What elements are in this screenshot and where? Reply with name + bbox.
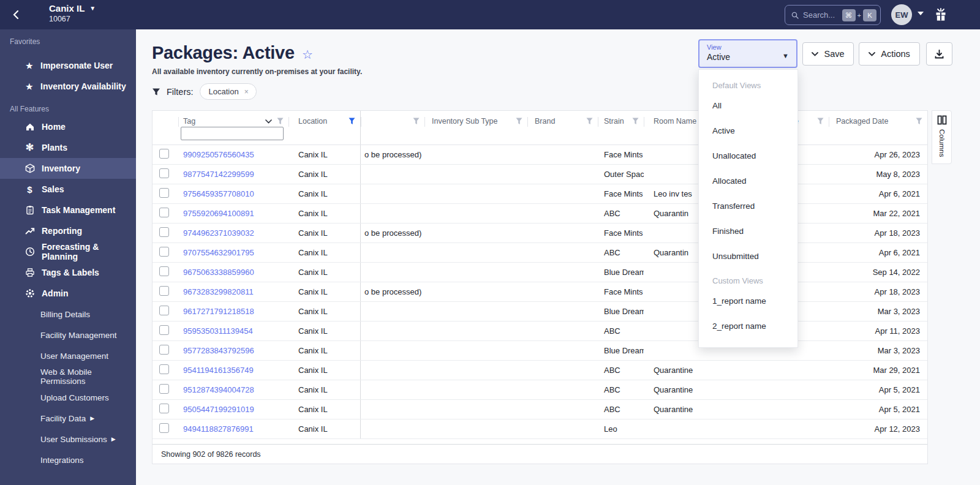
- sidebar-subitem-billing-details[interactable]: Billing Details: [0, 304, 136, 325]
- row-checkbox[interactable]: [159, 345, 169, 355]
- gift-button[interactable]: [932, 6, 950, 24]
- tag-link[interactable]: 9617271791218518: [183, 307, 254, 316]
- filter-funnel-icon[interactable]: [916, 118, 922, 125]
- row-checkbox[interactable]: [159, 168, 169, 178]
- sidebar-subitem-user-management[interactable]: User Management: [0, 345, 136, 366]
- sidebar-item-tags-labels[interactable]: Tags & Labels: [0, 262, 136, 283]
- view-option-all[interactable]: All: [699, 93, 797, 118]
- sidebar-item-forecasting-planning[interactable]: Forecasting & Planning: [0, 241, 136, 262]
- tag-filter-input[interactable]: [181, 127, 284, 140]
- view-option-transferred[interactable]: Transferred: [699, 194, 797, 219]
- tag-link[interactable]: 9577283843792596: [183, 346, 254, 355]
- view-option-finished[interactable]: Finished: [699, 219, 797, 244]
- row-checkbox[interactable]: [159, 306, 169, 315]
- sidebar: Favorites ★ Impersonate User ★ Inventory…: [0, 29, 136, 485]
- facility-selector[interactable]: Canix IL ▼ 10067: [49, 3, 96, 23]
- filter-funnel-icon[interactable]: [277, 118, 284, 125]
- row-checkbox[interactable]: [159, 384, 169, 394]
- tag-link[interactable]: 9675063338859960: [183, 268, 254, 277]
- avatar[interactable]: EW: [891, 4, 912, 25]
- filter-chip-location[interactable]: Location ×: [200, 83, 257, 100]
- view-option-allocated[interactable]: Allocated: [699, 168, 797, 194]
- cell-checkbox: [153, 149, 178, 160]
- filter-funnel-icon-active[interactable]: [349, 118, 355, 125]
- remove-filter-icon[interactable]: ×: [244, 88, 249, 96]
- view-option-unallocated[interactable]: Unallocated: [699, 143, 797, 168]
- tag-link[interactable]: 9909250576560435: [183, 150, 254, 159]
- filter-funnel-icon[interactable]: [413, 118, 420, 125]
- app-root: Canix IL ▼ 10067 Search... ⌘ + K EW Fa: [0, 0, 980, 485]
- star-icon: ★: [26, 82, 33, 91]
- table-row: 9909250576560435 Canix IL o be processed…: [153, 145, 927, 165]
- row-checkbox[interactable]: [159, 325, 169, 335]
- sidebar-subitem-integrations[interactable]: Integrations: [0, 449, 136, 470]
- row-checkbox[interactable]: [159, 247, 169, 257]
- filter-funnel-icon[interactable]: [632, 118, 639, 125]
- cell-location: Canix IL: [288, 380, 361, 399]
- column-header-brand[interactable]: Brand: [527, 111, 598, 145]
- row-checkbox[interactable]: [159, 227, 169, 237]
- chevron-down-icon: ▼: [782, 52, 789, 59]
- sidebar-subitem-facility-management[interactable]: Facility Management: [0, 325, 136, 345]
- cell-location: Canix IL: [288, 282, 361, 301]
- column-header-strain[interactable]: Strain: [598, 111, 644, 145]
- row-checkbox[interactable]: [159, 404, 169, 413]
- avatar-menu-caret[interactable]: [918, 12, 924, 15]
- sidebar-subitem-upload-customers[interactable]: Upload Customers: [0, 387, 136, 408]
- sidebar-subitem-web-mobile-permissions[interactable]: Web & Mobile Permissions: [0, 366, 136, 387]
- cell-strain: Blue Dream: [598, 346, 644, 355]
- tag-link[interactable]: 9756459357708010: [183, 189, 254, 198]
- tag-link[interactable]: 9541194161356749: [183, 366, 254, 375]
- row-checkbox[interactable]: [159, 286, 169, 296]
- column-header-location[interactable]: Location: [288, 111, 361, 145]
- view-option-2-report-name[interactable]: 2_report name: [699, 314, 797, 339]
- search-input[interactable]: Search... ⌘ + K: [785, 5, 881, 25]
- tag-link[interactable]: 9673283299820811: [183, 287, 254, 296]
- columns-panel-button[interactable]: Columns: [932, 110, 952, 164]
- view-select[interactable]: View Active ▼: [698, 39, 797, 68]
- tag-link[interactable]: 9595350311139454: [183, 326, 253, 336]
- tag-link[interactable]: 9512874394004728: [183, 385, 254, 394]
- cell-packaged-date: Sep 14, 2022: [829, 268, 927, 277]
- view-option-1-report-name[interactable]: 1_report name: [699, 288, 797, 314]
- row-checkbox[interactable]: [159, 149, 169, 159]
- view-option-unsubmitted[interactable]: Unsubmitted: [699, 244, 797, 269]
- sidebar-item-sales[interactable]: $ Sales: [0, 179, 136, 200]
- tag-link[interactable]: 9494118827876991: [183, 424, 254, 434]
- column-header-packaged-date[interactable]: Packaged Date: [829, 111, 927, 145]
- tag-link[interactable]: 9755920694100891: [183, 209, 254, 218]
- tag-link[interactable]: 9877547142299599: [183, 170, 254, 179]
- favorite-page-star-icon[interactable]: ☆: [302, 47, 313, 62]
- tag-link[interactable]: 9707554632901795: [183, 248, 254, 257]
- view-option-active[interactable]: Active: [699, 118, 797, 143]
- actions-button[interactable]: Actions: [859, 42, 920, 66]
- filter-funnel-icon[interactable]: [586, 118, 593, 125]
- sidebar-item-impersonate-user[interactable]: ★ Impersonate User: [0, 55, 136, 76]
- favorites-section-label: Favorites: [0, 37, 136, 47]
- save-button[interactable]: Save: [802, 42, 854, 66]
- row-checkbox[interactable]: [159, 423, 169, 433]
- sidebar-item-task-management[interactable]: Task Management: [0, 200, 136, 220]
- row-checkbox[interactable]: [159, 364, 169, 374]
- sidebar-item-plants[interactable]: ✻ Plants: [0, 137, 136, 158]
- column-header-tag[interactable]: Tag: [178, 111, 288, 145]
- row-checkbox[interactable]: [159, 208, 169, 217]
- tag-link[interactable]: 9744962371039032: [183, 228, 254, 238]
- row-checkbox[interactable]: [159, 188, 169, 198]
- sidebar-item-home[interactable]: Home: [0, 116, 136, 137]
- row-checkbox[interactable]: [159, 266, 169, 276]
- column-header-scrolled[interactable]: [361, 111, 424, 145]
- sidebar-item-reporting[interactable]: Reporting: [0, 220, 136, 241]
- download-button[interactable]: [926, 42, 952, 66]
- sidebar-item-inventory[interactable]: Inventory: [0, 158, 136, 179]
- sidebar-item-admin[interactable]: Admin: [0, 283, 136, 304]
- filter-funnel-icon[interactable]: [516, 118, 522, 125]
- sidebar-subitem-user-submissions[interactable]: User Submissions▶: [0, 429, 136, 449]
- sidebar-item-inventory-availability[interactable]: ★ Inventory Availability: [0, 76, 136, 97]
- tag-link[interactable]: 9505447199291019: [183, 405, 254, 414]
- back-button[interactable]: [9, 8, 22, 21]
- tag-type-caret-icon[interactable]: [265, 119, 272, 124]
- filter-funnel-icon[interactable]: [817, 118, 824, 125]
- sidebar-subitem-facility-data[interactable]: Facility Data▶: [0, 408, 136, 429]
- column-header-inventory-sub-type[interactable]: Inventory Sub Type: [424, 111, 527, 145]
